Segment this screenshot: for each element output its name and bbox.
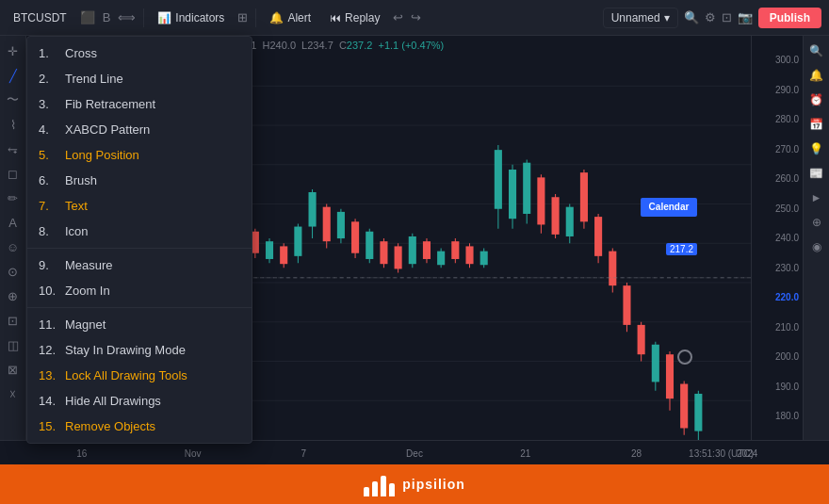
right-search-icon[interactable]: 🔍 xyxy=(805,40,828,62)
toolbar-right: Unnamed ▾ 🔍 ⚙ ⊡ 📷 Publish xyxy=(603,8,821,28)
camera-icon[interactable]: 📷 xyxy=(738,10,753,24)
position-tool[interactable]: ⥆ xyxy=(2,138,24,160)
publish-label: Publish xyxy=(770,11,810,24)
svg-rect-101 xyxy=(694,394,702,431)
unnamed-btn[interactable]: Unnamed ▾ xyxy=(603,8,678,28)
close-val: 237.2 xyxy=(347,40,373,51)
item-label-icon: Icon xyxy=(65,224,89,238)
svg-rect-79 xyxy=(537,177,545,224)
dropdown-item-trendline[interactable]: 2. Trend Line xyxy=(27,66,252,91)
dropdown-item-cross[interactable]: 1. Cross xyxy=(27,41,252,66)
right-idea-icon[interactable]: 💡 xyxy=(805,138,828,160)
item-label-stay: Stay In Drawing Mode xyxy=(65,343,186,357)
item-label-hide: Hide All Drawings xyxy=(65,394,161,408)
right-play-icon[interactable]: ► xyxy=(805,187,828,209)
right-news-icon[interactable]: 📰 xyxy=(805,162,828,185)
dropdown-item-hide[interactable]: 14. Hide All Drawings xyxy=(27,388,252,414)
redo-icon[interactable]: ↪ xyxy=(411,10,421,24)
time-28: 28 xyxy=(581,448,692,459)
toolbar-icon-b[interactable]: B xyxy=(103,10,111,24)
item-label-brush: Brush xyxy=(65,173,97,187)
separator-2 xyxy=(255,8,256,27)
alert-btn[interactable]: 🔔 Alert xyxy=(264,8,317,27)
pipsilon-text: pipsilion xyxy=(402,477,465,492)
svg-rect-73 xyxy=(495,150,502,209)
svg-rect-87 xyxy=(594,217,602,256)
right-circle-icon[interactable]: ◉ xyxy=(805,236,828,258)
text-tool[interactable]: A xyxy=(2,211,24,234)
item-num-8: 8. xyxy=(39,224,57,238)
right-alert-icon[interactable]: 🔔 xyxy=(805,64,828,87)
symbol-label: BTCUSDT xyxy=(13,11,67,24)
toolbar-icon-arrows[interactable]: ⟺ xyxy=(118,10,136,24)
calendar-label: Calendar xyxy=(649,202,690,212)
price-290: 290.0 xyxy=(756,85,799,95)
fib-tool[interactable]: 〜 xyxy=(2,89,24,111)
right-sidebar: 🔍 🔔 ⏰ 📅 💡 📰 ► ⊕ ◉ xyxy=(803,36,829,440)
dropdown-item-icon[interactable]: 8. Icon xyxy=(27,219,252,244)
zoom-tool[interactable]: ⊕ xyxy=(2,285,24,307)
dropdown-item-measure[interactable]: 9. Measure xyxy=(27,252,252,278)
shape-tool[interactable]: ◻ xyxy=(2,162,24,185)
svg-rect-55 xyxy=(366,232,373,259)
dropdown-item-brush[interactable]: 6. Brush xyxy=(27,168,252,193)
magnet-tool[interactable]: ⊡ xyxy=(2,309,24,332)
svg-rect-65 xyxy=(437,252,445,266)
cursor-tool[interactable]: ✛ xyxy=(2,40,24,62)
dropdown-item-longpos[interactable]: 5. Long Position xyxy=(27,142,252,168)
brush-tool[interactable]: ✏ xyxy=(2,187,24,209)
item-num-14: 14. xyxy=(39,394,57,408)
right-clock-icon[interactable]: ⏰ xyxy=(805,89,828,111)
lock-tool[interactable]: ⊠ xyxy=(2,358,24,381)
pattern-tool[interactable]: ⌇ xyxy=(2,113,24,136)
bar-1 xyxy=(364,487,369,496)
item-num-5: 5. xyxy=(39,148,57,162)
dropdown-item-magnet[interactable]: 11. Magnet xyxy=(27,312,252,337)
svg-rect-99 xyxy=(680,384,688,429)
icon-tool[interactable]: ☺ xyxy=(2,236,24,258)
bar-3 xyxy=(381,476,386,496)
measure-tool[interactable]: ⊙ xyxy=(2,260,24,283)
dropdown-item-fib[interactable]: 3. Fib Retracement xyxy=(27,91,252,117)
time-nov: Nov xyxy=(138,448,249,459)
dropdown-item-text[interactable]: 7. Text xyxy=(27,193,252,219)
price-190: 190.0 xyxy=(756,382,799,392)
item-num-9: 9. xyxy=(39,258,57,272)
dropdown-item-stay[interactable]: 12. Stay In Drawing Mode xyxy=(27,337,252,363)
item-num-7: 7. xyxy=(39,199,57,213)
svg-rect-43 xyxy=(280,246,287,264)
dropdown-item-xabcd[interactable]: 4. XABCD Pattern xyxy=(27,117,252,142)
toolbar-icon-box[interactable]: ⬛ xyxy=(80,10,95,24)
high-val: 240.0 xyxy=(269,40,296,51)
search-icon[interactable]: 🔍 xyxy=(684,10,699,24)
undo-icon[interactable]: ↩ xyxy=(393,10,403,24)
item-num-3: 3. xyxy=(39,97,57,111)
symbol-btn[interactable]: BTCUSDT xyxy=(8,8,73,27)
dropdown-item-zoom[interactable]: 10. Zoom In xyxy=(27,278,252,303)
dropdown-divider-1 xyxy=(27,248,252,249)
svg-rect-59 xyxy=(395,246,402,268)
time-dec: Dec xyxy=(359,448,470,459)
right-calendar-icon[interactable]: 📅 xyxy=(805,113,828,136)
layout-icon[interactable]: ⊞ xyxy=(237,10,248,24)
remove-tool[interactable]: ☓ xyxy=(2,382,24,405)
item-num-13: 13. xyxy=(39,368,57,382)
settings-icon[interactable]: ⚙ xyxy=(705,10,716,24)
change-val: +1.1 (+0.47%) xyxy=(378,40,444,51)
chart-ohlc: O236.1 H240.0 L234.7 C237.2 +1.1 (+0.47%… xyxy=(222,40,444,51)
svg-rect-47 xyxy=(309,192,317,227)
price-200: 200.0 xyxy=(756,351,799,362)
pipsilon-branding: pipsilion xyxy=(0,464,829,504)
indicators-btn[interactable]: 📊 Indicators xyxy=(152,8,230,27)
replay-btn[interactable]: ⏮ Replay xyxy=(324,8,385,27)
dropdown-item-remove[interactable]: 15. Remove Objects xyxy=(27,414,252,439)
separator-1 xyxy=(143,8,144,27)
line-tool[interactable]: ╱ xyxy=(2,64,24,87)
publish-button[interactable]: Publish xyxy=(758,8,821,28)
right-plus-icon[interactable]: ⊕ xyxy=(805,211,828,234)
chevron-down-icon: ▾ xyxy=(664,11,670,24)
fullscreen-icon[interactable]: ⊡ xyxy=(722,10,732,24)
left-sidebar: ✛ ╱ 〜 ⌇ ⥆ ◻ ✏ A ☺ ⊙ ⊕ ⊡ ◫ ⊠ ☓ xyxy=(0,36,26,440)
dropdown-item-lock[interactable]: 13. Lock All Drawing Tools xyxy=(27,363,252,388)
drawing-mode-tool[interactable]: ◫ xyxy=(2,333,24,356)
